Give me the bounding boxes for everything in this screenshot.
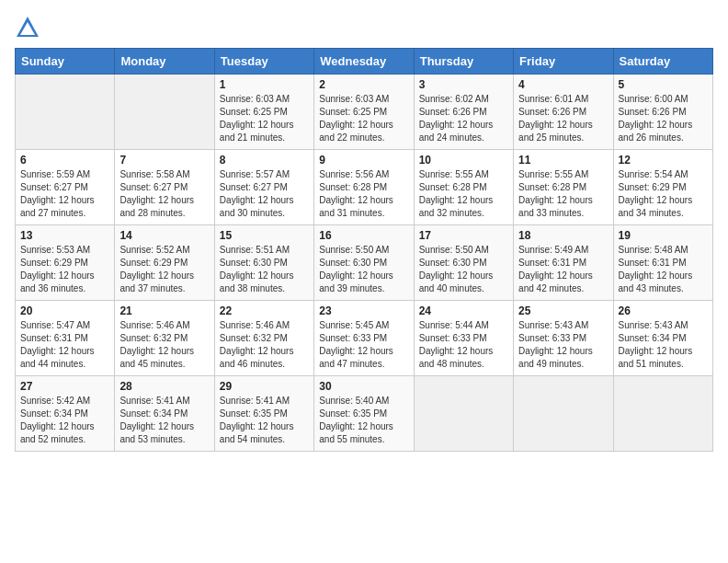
day-number: 16 xyxy=(319,229,408,242)
header-day-wednesday: Wednesday xyxy=(314,49,414,75)
day-number: 30 xyxy=(319,380,408,393)
calendar-cell: 2Sunrise: 6:03 AMSunset: 6:25 PMDaylight… xyxy=(314,75,414,150)
calendar-cell: 12Sunrise: 5:54 AMSunset: 6:29 PMDayligh… xyxy=(613,150,712,225)
day-number: 27 xyxy=(20,380,109,393)
day-number: 12 xyxy=(619,154,708,167)
calendar-cell: 8Sunrise: 5:57 AMSunset: 6:27 PMDaylight… xyxy=(214,150,313,225)
calendar-cell: 10Sunrise: 5:55 AMSunset: 6:28 PMDayligh… xyxy=(414,150,513,225)
calendar-table: SundayMondayTuesdayWednesdayThursdayFrid… xyxy=(15,48,713,452)
header-day-friday: Friday xyxy=(514,49,613,75)
day-number: 8 xyxy=(220,154,309,167)
day-number: 4 xyxy=(518,78,608,91)
header-day-saturday: Saturday xyxy=(613,49,712,75)
day-info: Sunrise: 5:54 AMSunset: 6:29 PMDaylight:… xyxy=(619,168,708,220)
day-number: 10 xyxy=(419,154,508,167)
day-number: 22 xyxy=(220,304,309,317)
calendar-cell: 7Sunrise: 5:58 AMSunset: 6:27 PMDaylight… xyxy=(115,150,214,225)
calendar-cell xyxy=(414,376,513,452)
calendar-cell: 4Sunrise: 6:01 AMSunset: 6:26 PMDaylight… xyxy=(514,75,613,150)
day-info: Sunrise: 5:43 AMSunset: 6:33 PMDaylight:… xyxy=(518,319,608,371)
day-number: 1 xyxy=(220,78,309,91)
calendar-cell: 5Sunrise: 6:00 AMSunset: 6:26 PMDaylight… xyxy=(613,75,712,150)
day-info: Sunrise: 5:41 AMSunset: 6:35 PMDaylight:… xyxy=(220,395,309,446)
day-number: 23 xyxy=(319,304,408,317)
calendar-cell: 25Sunrise: 5:43 AMSunset: 6:33 PMDayligh… xyxy=(514,301,613,376)
day-info: Sunrise: 5:55 AMSunset: 6:28 PMDaylight:… xyxy=(419,168,508,220)
calendar-week-row: 1Sunrise: 6:03 AMSunset: 6:25 PMDaylight… xyxy=(16,75,713,150)
day-info: Sunrise: 5:41 AMSunset: 6:34 PMDaylight:… xyxy=(119,395,209,446)
calendar-cell: 28Sunrise: 5:41 AMSunset: 6:34 PMDayligh… xyxy=(115,376,214,452)
calendar-cell: 27Sunrise: 5:42 AMSunset: 6:34 PMDayligh… xyxy=(16,376,115,452)
day-info: Sunrise: 5:49 AMSunset: 6:31 PMDaylight:… xyxy=(518,244,608,295)
calendar-cell: 26Sunrise: 5:43 AMSunset: 6:34 PMDayligh… xyxy=(613,301,712,376)
day-number: 26 xyxy=(619,304,708,317)
day-info: Sunrise: 5:56 AMSunset: 6:28 PMDaylight:… xyxy=(319,168,408,220)
day-number: 5 xyxy=(619,78,708,91)
calendar-cell: 30Sunrise: 5:40 AMSunset: 6:35 PMDayligh… xyxy=(314,376,414,452)
calendar-cell xyxy=(115,75,214,150)
calendar-cell: 21Sunrise: 5:46 AMSunset: 6:32 PMDayligh… xyxy=(115,301,214,376)
calendar-cell: 20Sunrise: 5:47 AMSunset: 6:31 PMDayligh… xyxy=(16,301,115,376)
logo xyxy=(15,15,44,40)
calendar-cell: 15Sunrise: 5:51 AMSunset: 6:30 PMDayligh… xyxy=(214,225,313,301)
day-info: Sunrise: 5:55 AMSunset: 6:28 PMDaylight:… xyxy=(518,168,608,220)
day-info: Sunrise: 5:51 AMSunset: 6:30 PMDaylight:… xyxy=(220,244,309,295)
calendar-cell: 24Sunrise: 5:44 AMSunset: 6:33 PMDayligh… xyxy=(414,301,513,376)
day-info: Sunrise: 5:53 AMSunset: 6:29 PMDaylight:… xyxy=(20,244,109,295)
calendar-cell: 6Sunrise: 5:59 AMSunset: 6:27 PMDaylight… xyxy=(16,150,115,225)
day-info: Sunrise: 6:02 AMSunset: 6:26 PMDaylight:… xyxy=(419,93,508,144)
day-number: 2 xyxy=(319,78,408,91)
calendar-week-row: 6Sunrise: 5:59 AMSunset: 6:27 PMDaylight… xyxy=(16,150,713,225)
day-number: 7 xyxy=(119,154,209,167)
calendar-cell: 14Sunrise: 5:52 AMSunset: 6:29 PMDayligh… xyxy=(115,225,214,301)
day-number: 20 xyxy=(20,304,109,317)
calendar-week-row: 20Sunrise: 5:47 AMSunset: 6:31 PMDayligh… xyxy=(16,301,713,376)
day-info: Sunrise: 5:42 AMSunset: 6:34 PMDaylight:… xyxy=(20,395,109,446)
day-info: Sunrise: 5:45 AMSunset: 6:33 PMDaylight:… xyxy=(319,319,408,371)
day-number: 24 xyxy=(419,304,508,317)
day-number: 11 xyxy=(518,154,608,167)
calendar-cell: 18Sunrise: 5:49 AMSunset: 6:31 PMDayligh… xyxy=(514,225,613,301)
calendar-cell: 23Sunrise: 5:45 AMSunset: 6:33 PMDayligh… xyxy=(314,301,414,376)
day-number: 14 xyxy=(119,229,209,242)
day-info: Sunrise: 5:50 AMSunset: 6:30 PMDaylight:… xyxy=(419,244,508,295)
day-info: Sunrise: 6:01 AMSunset: 6:26 PMDaylight:… xyxy=(518,93,608,144)
day-number: 28 xyxy=(119,380,209,393)
header-day-monday: Monday xyxy=(115,49,214,75)
day-info: Sunrise: 5:48 AMSunset: 6:31 PMDaylight:… xyxy=(619,244,708,295)
day-number: 9 xyxy=(319,154,408,167)
calendar-header-row: SundayMondayTuesdayWednesdayThursdayFrid… xyxy=(16,49,713,75)
calendar-cell xyxy=(16,75,115,150)
header xyxy=(15,15,713,40)
day-info: Sunrise: 5:43 AMSunset: 6:34 PMDaylight:… xyxy=(619,319,708,371)
day-info: Sunrise: 5:58 AMSunset: 6:27 PMDaylight:… xyxy=(119,168,209,220)
day-info: Sunrise: 5:52 AMSunset: 6:29 PMDaylight:… xyxy=(119,244,209,295)
day-number: 3 xyxy=(419,78,508,91)
calendar-cell: 3Sunrise: 6:02 AMSunset: 6:26 PMDaylight… xyxy=(414,75,513,150)
day-info: Sunrise: 5:40 AMSunset: 6:35 PMDaylight:… xyxy=(319,395,408,446)
day-number: 19 xyxy=(619,229,708,242)
day-info: Sunrise: 5:46 AMSunset: 6:32 PMDaylight:… xyxy=(119,319,209,371)
header-day-thursday: Thursday xyxy=(414,49,513,75)
calendar-cell: 1Sunrise: 6:03 AMSunset: 6:25 PMDaylight… xyxy=(214,75,313,150)
day-info: Sunrise: 5:59 AMSunset: 6:27 PMDaylight:… xyxy=(20,168,109,220)
calendar-cell xyxy=(613,376,712,452)
day-info: Sunrise: 5:46 AMSunset: 6:32 PMDaylight:… xyxy=(220,319,309,371)
calendar-week-row: 27Sunrise: 5:42 AMSunset: 6:34 PMDayligh… xyxy=(16,376,713,452)
calendar-cell: 13Sunrise: 5:53 AMSunset: 6:29 PMDayligh… xyxy=(16,225,115,301)
day-info: Sunrise: 6:03 AMSunset: 6:25 PMDaylight:… xyxy=(220,93,309,144)
day-number: 13 xyxy=(20,229,109,242)
calendar-cell: 9Sunrise: 5:56 AMSunset: 6:28 PMDaylight… xyxy=(314,150,414,225)
header-day-tuesday: Tuesday xyxy=(214,49,313,75)
day-number: 18 xyxy=(518,229,608,242)
day-info: Sunrise: 5:50 AMSunset: 6:30 PMDaylight:… xyxy=(319,244,408,295)
calendar-week-row: 13Sunrise: 5:53 AMSunset: 6:29 PMDayligh… xyxy=(16,225,713,301)
header-day-sunday: Sunday xyxy=(16,49,115,75)
day-number: 25 xyxy=(518,304,608,317)
day-number: 15 xyxy=(220,229,309,242)
day-info: Sunrise: 5:44 AMSunset: 6:33 PMDaylight:… xyxy=(419,319,508,371)
day-info: Sunrise: 5:47 AMSunset: 6:31 PMDaylight:… xyxy=(20,319,109,371)
day-info: Sunrise: 6:00 AMSunset: 6:26 PMDaylight:… xyxy=(619,93,708,144)
day-number: 29 xyxy=(220,380,309,393)
day-number: 17 xyxy=(419,229,508,242)
